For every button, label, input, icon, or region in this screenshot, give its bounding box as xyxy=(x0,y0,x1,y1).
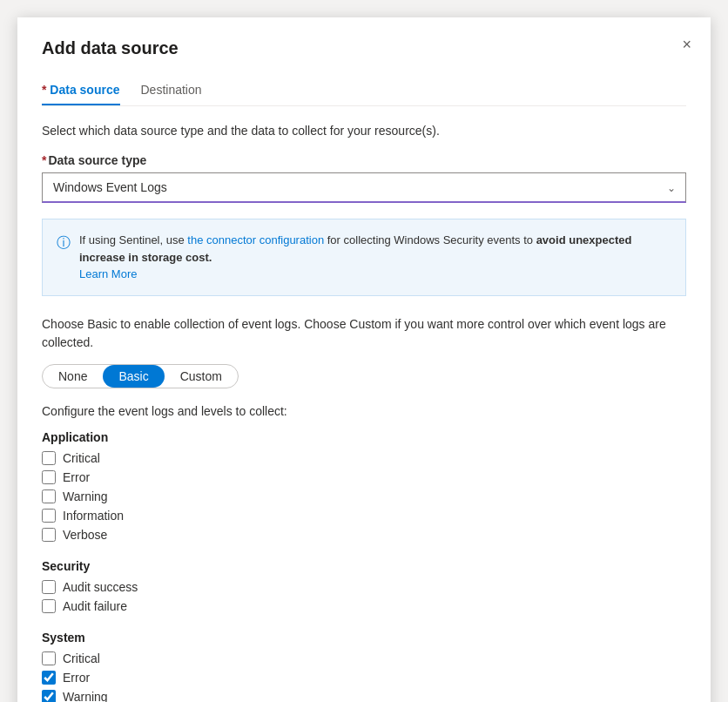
security-section-title: Security xyxy=(42,559,686,573)
app-critical-checkbox[interactable] xyxy=(42,451,56,465)
data-source-type-select[interactable]: Windows Event Logs Linux Syslog Performa… xyxy=(42,172,686,203)
app-verbose-checkbox[interactable] xyxy=(42,528,56,542)
system-section: System Critical Error Warning Informatio… xyxy=(42,631,686,703)
application-section: Application Critical Error Warning Infor… xyxy=(42,430,686,542)
page-description: Select which data source type and the da… xyxy=(42,124,686,138)
app-error-checkbox[interactable] xyxy=(42,470,56,484)
close-button[interactable]: × xyxy=(678,33,695,56)
add-data-source-dialog: Add data source × Data source Destinatio… xyxy=(17,17,711,702)
app-verbose-label[interactable]: Verbose xyxy=(63,528,107,542)
sys-warning-checkbox[interactable] xyxy=(42,690,56,703)
list-item: Audit failure xyxy=(42,599,686,613)
app-information-label[interactable]: Information xyxy=(63,509,124,523)
info-box: ⓘ If using Sentinel, use the connector c… xyxy=(42,219,686,296)
app-information-checkbox[interactable] xyxy=(42,509,56,523)
mode-custom-button[interactable]: Custom xyxy=(165,365,238,388)
sec-audit-success-checkbox[interactable] xyxy=(42,580,56,594)
dialog-title: Add data source xyxy=(42,38,686,58)
mode-none-button[interactable]: None xyxy=(43,365,103,388)
sec-audit-failure-checkbox[interactable] xyxy=(42,599,56,613)
sys-error-label[interactable]: Error xyxy=(63,671,90,685)
list-item: Error xyxy=(42,470,686,484)
data-source-type-select-wrapper: Windows Event Logs Linux Syslog Performa… xyxy=(42,172,686,203)
list-item: Error xyxy=(42,671,686,685)
app-critical-label[interactable]: Critical xyxy=(63,451,100,465)
tab-bar: Data source Destination xyxy=(42,76,686,106)
learn-more-link[interactable]: Learn More xyxy=(79,267,137,280)
sec-audit-success-label[interactable]: Audit success xyxy=(63,580,138,594)
app-warning-checkbox[interactable] xyxy=(42,489,56,503)
sys-critical-label[interactable]: Critical xyxy=(63,651,100,665)
security-section: Security Audit success Audit failure xyxy=(42,559,686,613)
connector-config-link[interactable]: the connector configuration xyxy=(187,233,324,246)
info-icon: ⓘ xyxy=(57,233,71,253)
list-item: Critical xyxy=(42,451,686,465)
info-text: If using Sentinel, use the connector con… xyxy=(79,232,671,283)
tab-data-source[interactable]: Data source xyxy=(42,76,120,105)
mode-basic-button[interactable]: Basic xyxy=(103,365,164,388)
application-section-title: Application xyxy=(42,430,686,444)
list-item: Warning xyxy=(42,690,686,703)
list-item: Verbose xyxy=(42,528,686,542)
sys-error-checkbox[interactable] xyxy=(42,671,56,685)
sys-critical-checkbox[interactable] xyxy=(42,651,56,665)
data-source-type-label: *Data source type xyxy=(42,153,686,167)
list-item: Information xyxy=(42,509,686,523)
configure-label: Configure the event logs and levels to c… xyxy=(42,404,686,418)
mode-description: Choose Basic to enable collection of eve… xyxy=(42,315,686,352)
system-section-title: System xyxy=(42,631,686,645)
list-item: Audit success xyxy=(42,580,686,594)
app-error-label[interactable]: Error xyxy=(63,470,90,484)
mode-selector: None Basic Custom xyxy=(42,364,239,388)
sys-warning-label[interactable]: Warning xyxy=(63,690,108,703)
tab-destination[interactable]: Destination xyxy=(141,76,202,105)
app-warning-label[interactable]: Warning xyxy=(63,489,108,503)
list-item: Critical xyxy=(42,651,686,665)
sec-audit-failure-label[interactable]: Audit failure xyxy=(63,599,127,613)
list-item: Warning xyxy=(42,489,686,503)
